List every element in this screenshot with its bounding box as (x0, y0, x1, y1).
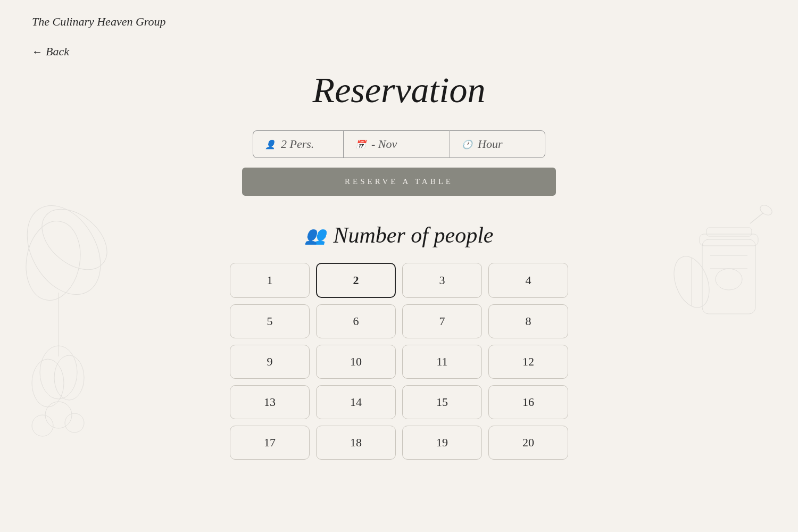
number-btn-4[interactable]: 4 (488, 263, 568, 298)
number-btn-10[interactable]: 10 (316, 345, 396, 379)
person-icon: 👤 (265, 139, 276, 149)
date-input[interactable]: 📅 - Nov (343, 130, 450, 158)
number-btn-13[interactable]: 13 (230, 385, 310, 419)
number-btn-17[interactable]: 17 (230, 426, 310, 460)
number-btn-18[interactable]: 18 (316, 426, 396, 460)
number-grid: 1234567891011121314151617181920 (230, 263, 568, 460)
page-title: Reservation (313, 69, 486, 111)
main-content: Reservation 👤 2 Pers. 📅 - Nov 🕐 Hour RES… (0, 59, 798, 460)
header: The Culinary Heaven Group (0, 0, 798, 29)
number-btn-3[interactable]: 3 (402, 263, 482, 298)
number-btn-14[interactable]: 14 (316, 385, 396, 419)
number-btn-2[interactable]: 2 (316, 263, 396, 298)
reserve-table-button[interactable]: RESERVE A TABLE (242, 168, 556, 196)
clock-icon: 🕐 (462, 139, 472, 149)
date-value: - Nov (371, 137, 397, 151)
number-btn-20[interactable]: 20 (488, 426, 568, 460)
section-title-text: Number of people (334, 222, 494, 248)
number-btn-8[interactable]: 8 (488, 304, 568, 338)
brand-name: The Culinary Heaven Group (32, 15, 166, 28)
calendar-icon: 📅 (355, 139, 366, 149)
number-btn-6[interactable]: 6 (316, 304, 396, 338)
number-btn-19[interactable]: 19 (402, 426, 482, 460)
number-btn-1[interactable]: 1 (230, 263, 310, 298)
persons-value: 2 Pers. (281, 137, 314, 151)
back-button[interactable]: ← Back (32, 45, 69, 59)
number-btn-15[interactable]: 15 (402, 385, 482, 419)
number-btn-11[interactable]: 11 (402, 345, 482, 379)
hour-input[interactable]: 🕐 Hour (450, 130, 545, 158)
persons-input[interactable]: 👤 2 Pers. (253, 130, 343, 158)
number-btn-9[interactable]: 9 (230, 345, 310, 379)
number-btn-12[interactable]: 12 (488, 345, 568, 379)
number-btn-16[interactable]: 16 (488, 385, 568, 419)
section-title: 👥 Number of people (305, 222, 494, 248)
back-label: Back (46, 45, 69, 59)
people-section: 👥 Number of people 123456789101112131415… (0, 222, 798, 460)
number-btn-5[interactable]: 5 (230, 304, 310, 338)
hour-value: Hour (478, 137, 502, 151)
number-btn-7[interactable]: 7 (402, 304, 482, 338)
back-arrow-icon: ← (32, 46, 43, 58)
back-nav: ← Back (0, 29, 798, 59)
people-icon: 👥 (305, 225, 326, 245)
reservation-controls: 👤 2 Pers. 📅 - Nov 🕐 Hour (253, 130, 545, 158)
